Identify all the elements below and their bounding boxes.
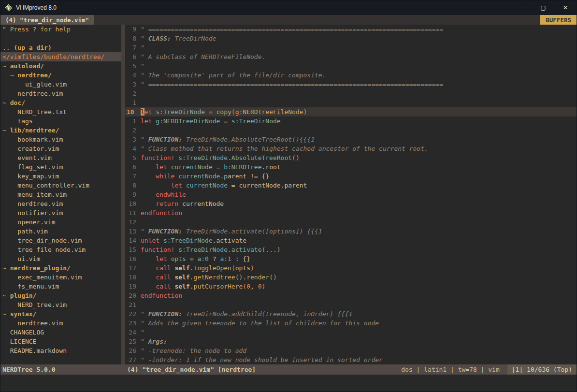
nerdtree-row[interactable]: flag_set.vim xyxy=(0,162,121,172)
line-number: 13 xyxy=(125,227,141,236)
editor-line[interactable]: 8 let currentNode = currentNode.parent xyxy=(125,181,577,190)
editor-line[interactable]: 7 while currentNode.parent != {} xyxy=(125,172,577,181)
nerdtree-token-dir: doc/ xyxy=(10,99,25,106)
nerdtree-row[interactable]: LICENCE xyxy=(0,337,121,346)
editor-line[interactable]: 26" -treenode: the node to add xyxy=(125,346,577,355)
buffers-label: BUFFERS xyxy=(540,15,577,25)
nerdtree-row[interactable]: menu_controller.vim xyxy=(0,181,121,190)
nerdtree-row[interactable]: ~ nerdtree_plugin/ xyxy=(0,263,121,273)
nerdtree-row[interactable]: ~ nerdtree/ xyxy=(0,71,121,80)
editor-line[interactable]: 16 let opts = a:0 ? a:1 : {} xyxy=(125,254,577,263)
editor-line[interactable]: 14unlet s:TreeDirNode.activate xyxy=(125,236,577,245)
nerdtree-row[interactable]: tree_dir_node.vim xyxy=(0,236,121,245)
editor-line[interactable]: 12 xyxy=(125,218,577,227)
editor-line[interactable]: 7" xyxy=(125,43,577,52)
editor-line[interactable]: 4" Class method that returns the highest… xyxy=(125,144,577,153)
nerdtree-row[interactable]: menu_item.vim xyxy=(0,190,121,199)
nerdtree-row[interactable]: ~ autoload/ xyxy=(0,61,121,71)
line-number: 22 xyxy=(125,309,141,319)
nerdtree-row[interactable]: ~ plugin/ xyxy=(0,291,121,300)
editor-line[interactable]: 10 return currentNode xyxy=(125,199,577,208)
nerdtree-row[interactable]: </vimfiles/bundle/nerdtree/ xyxy=(0,52,121,61)
nerdtree-row[interactable]: ~ lib/nerdtree/ xyxy=(0,126,121,135)
nerdtree-row[interactable]: nerdtree.vim xyxy=(0,199,121,208)
nerdtree-row[interactable]: bookmark.vim xyxy=(0,135,121,144)
code-text: call self.getNerdtree().render() xyxy=(141,273,577,282)
nerdtree-row[interactable]: exec_menuitem.vim xyxy=(0,273,121,282)
nerdtree-row[interactable]: creator.vim xyxy=(0,144,121,153)
editor-line[interactable]: 24" xyxy=(125,328,577,337)
nerdtree-row[interactable]: event.vim xyxy=(0,153,121,162)
nerdtree-row[interactable]: NERD_tree.txt xyxy=(0,107,121,116)
editor-line[interactable]: 18 call self.getNerdtree().render() xyxy=(125,273,577,282)
nerdtree-row[interactable]: key_map.vim xyxy=(0,172,121,181)
line-number: 4 xyxy=(125,71,141,80)
editor-line[interactable]: 20endfunction xyxy=(125,291,577,300)
nerdtree-row[interactable] xyxy=(0,34,121,43)
editor-line[interactable]: 6" A subclass of NERDTreeFileNode. xyxy=(125,52,577,61)
nerdtree-row[interactable]: CHANGELOG xyxy=(0,328,121,337)
editor-line[interactable]: 1 xyxy=(125,98,577,107)
code-token-kw: endfunction xyxy=(141,292,182,299)
editor-line[interactable]: 25" Args: xyxy=(125,337,577,346)
nerdtree-row[interactable]: ui_glue.vim xyxy=(0,80,121,89)
title-bar[interactable]: V Vi IMproved 8.0 – ▢ ✕ xyxy=(0,0,577,15)
editor-line[interactable]: 1let g:NERDTreeDirNode = s:TreeDirNode xyxy=(125,116,577,126)
nerdtree-row[interactable]: path.vim xyxy=(0,227,121,236)
code-token-comB: CLASS: xyxy=(148,35,171,42)
code-text: let opts = a:0 ? a:1 : {} xyxy=(141,254,577,263)
editor-line[interactable]: 5function! s:TreeDirNode.AbsoluteTreeRoo… xyxy=(125,153,577,162)
nerdtree-token-arrow: ~ xyxy=(2,264,10,272)
editor-line-current[interactable]: 10let s:TreeDirNode = copy(g:NERDTreeFil… xyxy=(125,107,577,116)
code-token-txt xyxy=(182,182,186,189)
editor-line[interactable]: 22" FUNCTION: TreeDirNode.addChild(treen… xyxy=(125,309,577,319)
line-number: 25 xyxy=(125,337,141,346)
editor-line[interactable]: 23" Adds the given treenode to the list … xyxy=(125,319,577,328)
code-token-par: ) xyxy=(250,264,254,272)
nerdtree-row[interactable]: nerdtree.vim xyxy=(0,319,121,328)
nerdtree-row[interactable]: notifier.vim xyxy=(0,208,121,218)
nerdtree-row[interactable]: ~ doc/ xyxy=(0,98,121,107)
minimize-button[interactable]: – xyxy=(510,0,532,15)
nerdtree-row[interactable]: opener.vim xyxy=(0,218,121,227)
editor-line[interactable]: 4" The 'composite' part of the file/dir … xyxy=(125,71,577,80)
editor-line[interactable]: 2 xyxy=(125,89,577,98)
editor-line[interactable]: 2 xyxy=(125,126,577,135)
nerdtree-panel: " Press ? for help.. (up a dir)</vimfile… xyxy=(0,25,121,364)
editor-line[interactable]: 5" xyxy=(125,61,577,71)
editor-line[interactable]: 6 let currentNode = b:NERDTree.root xyxy=(125,162,577,172)
nerdtree-row[interactable]: ~ syntax/ xyxy=(0,309,121,319)
tab-tree-dir-node[interactable]: (4) "tree_dir_node.vim" xyxy=(0,15,94,25)
code-token-id: b:NERDTree xyxy=(224,163,261,171)
nerdtree-row[interactable]: tree_file_node.vim xyxy=(0,245,121,254)
maximize-button[interactable]: ▢ xyxy=(532,0,554,15)
editor-line[interactable]: 3" =====================================… xyxy=(125,80,577,89)
nerdtree-row[interactable]: NERD_tree.vim xyxy=(0,300,121,309)
code-token-txt xyxy=(141,264,156,272)
nerdtree-row[interactable]: fs_menu.vim xyxy=(0,282,121,291)
nerdtree-row[interactable]: README.markdown xyxy=(0,346,121,355)
nerdtree-row[interactable]: " Press ? for help xyxy=(0,25,121,34)
close-button[interactable]: ✕ xyxy=(554,0,577,15)
editor-line[interactable]: 3" FUNCTION: TreeDirNode.AbsoluteTreeRoo… xyxy=(125,135,577,144)
code-text: " -treenode: the node to add xyxy=(141,346,577,355)
code-token-fn: copy xyxy=(216,108,231,116)
editor-line[interactable]: 17 call self.toggleOpen(opts) xyxy=(125,263,577,273)
code-token-txt: . xyxy=(190,264,194,272)
editor-line[interactable]: 13" FUNCTION: TreeDirNode.activate([opti… xyxy=(125,227,577,236)
command-line[interactable] xyxy=(0,375,577,392)
editor-line[interactable]: 9 endwhile xyxy=(125,190,577,199)
editor-line[interactable]: 19 call self.putCursorHere(0, 0) xyxy=(125,282,577,291)
nerdtree-row[interactable]: ui.vim xyxy=(0,254,121,263)
nerdtree-token-file: nerdtree.vim xyxy=(2,90,63,97)
editor-line[interactable]: 15function! s:TreeDirNode.activate(...) xyxy=(125,245,577,254)
editor-line[interactable]: 9" =====================================… xyxy=(125,25,577,34)
editor-line[interactable]: 27" -inOrder: 1 if the new node should b… xyxy=(125,355,577,364)
vertical-split-handle[interactable] xyxy=(121,25,125,364)
nerdtree-row[interactable]: nerdtree.vim xyxy=(0,89,121,98)
nerdtree-row[interactable]: .. (up a dir) xyxy=(0,43,121,52)
nerdtree-row[interactable]: tags xyxy=(0,116,121,126)
editor-line[interactable]: 11endfunction xyxy=(125,208,577,218)
editor-line[interactable]: 21 xyxy=(125,300,577,309)
editor-line[interactable]: 8" CLASS: TreeDirNode xyxy=(125,34,577,43)
